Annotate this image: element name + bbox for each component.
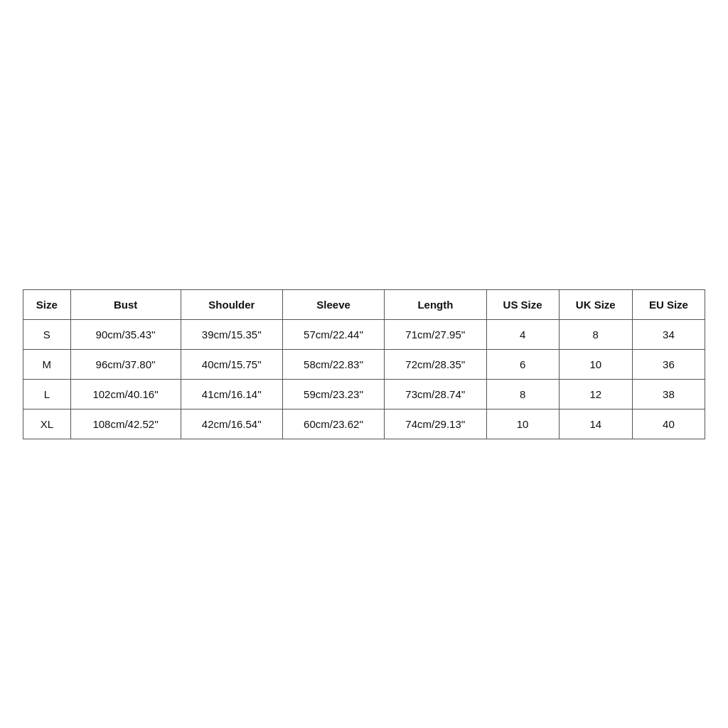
header-sleeve: Sleeve	[283, 289, 385, 319]
table-row: XL108cm/42.52''42cm/16.54''60cm/23.62''7…	[23, 409, 705, 439]
cell-shoulder: 41cm/16.14''	[181, 379, 282, 409]
cell-bust: 90cm/35.43''	[70, 319, 181, 349]
cell-size: M	[23, 349, 71, 379]
cell-sleeve: 57cm/22.44''	[283, 319, 385, 349]
table-row: S90cm/35.43''39cm/15.35''57cm/22.44''71c…	[23, 319, 705, 349]
cell-uk-size: 12	[559, 379, 632, 409]
header-shoulder: Shoulder	[181, 289, 282, 319]
cell-shoulder: 40cm/15.75''	[181, 349, 282, 379]
cell-us-size: 8	[486, 379, 559, 409]
cell-eu-size: 38	[632, 379, 705, 409]
cell-uk-size: 10	[559, 349, 632, 379]
cell-size: L	[23, 379, 71, 409]
cell-shoulder: 42cm/16.54''	[181, 409, 282, 439]
cell-bust: 102cm/40.16''	[70, 379, 181, 409]
header-size: Size	[23, 289, 71, 319]
header-bust: Bust	[70, 289, 181, 319]
cell-length: 74cm/29.13''	[385, 409, 486, 439]
cell-eu-size: 34	[632, 319, 705, 349]
cell-us-size: 10	[486, 409, 559, 439]
cell-length: 73cm/28.74''	[385, 379, 486, 409]
header-length: Length	[385, 289, 486, 319]
cell-sleeve: 60cm/23.62''	[283, 409, 385, 439]
cell-length: 71cm/27.95''	[385, 319, 486, 349]
header-uk-size: UK Size	[559, 289, 632, 319]
cell-us-size: 6	[486, 349, 559, 379]
cell-eu-size: 40	[632, 409, 705, 439]
cell-us-size: 4	[486, 319, 559, 349]
cell-size: XL	[23, 409, 71, 439]
cell-sleeve: 58cm/22.83''	[283, 349, 385, 379]
cell-eu-size: 36	[632, 349, 705, 379]
size-chart-container: Size Bust Shoulder Sleeve Length US Size…	[23, 289, 705, 439]
cell-uk-size: 14	[559, 409, 632, 439]
cell-bust: 108cm/42.52''	[70, 409, 181, 439]
cell-bust: 96cm/37.80''	[70, 349, 181, 379]
header-eu-size: EU Size	[632, 289, 705, 319]
cell-length: 72cm/28.35''	[385, 349, 486, 379]
table-row: L102cm/40.16''41cm/16.14''59cm/23.23''73…	[23, 379, 705, 409]
cell-uk-size: 8	[559, 319, 632, 349]
size-chart-table: Size Bust Shoulder Sleeve Length US Size…	[23, 289, 705, 439]
table-header-row: Size Bust Shoulder Sleeve Length US Size…	[23, 289, 705, 319]
cell-sleeve: 59cm/23.23''	[283, 379, 385, 409]
header-us-size: US Size	[486, 289, 559, 319]
cell-shoulder: 39cm/15.35''	[181, 319, 282, 349]
cell-size: S	[23, 319, 71, 349]
table-row: M96cm/37.80''40cm/15.75''58cm/22.83''72c…	[23, 349, 705, 379]
